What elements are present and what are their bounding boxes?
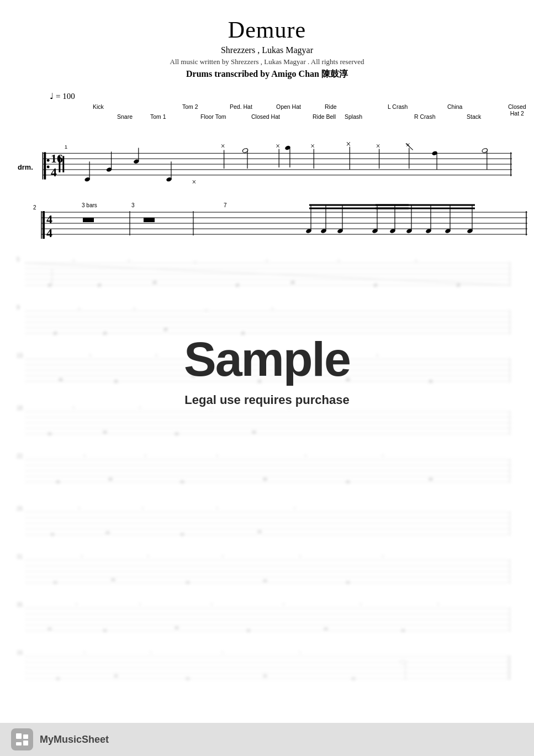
label-tom2: Tom 2 (182, 103, 198, 110)
svg-point-4 (47, 166, 50, 169)
footer-logo (11, 728, 33, 750)
svg-text:3: 3 (131, 203, 135, 208)
svg-point-235 (186, 677, 190, 680)
blurred-section-3: 26 × × × × 31 (0, 502, 534, 694)
svg-text:×: × (337, 257, 341, 265)
svg-point-98 (152, 280, 157, 285)
logo-bar-1 (16, 733, 22, 739)
svg-text:4: 4 (46, 212, 52, 226)
svg-text:×: × (265, 257, 269, 265)
svg-point-147 (47, 432, 52, 435)
svg-text:×: × (376, 142, 380, 150)
svg-point-135 (257, 380, 262, 383)
rights-text: All music written by Shrezzers , Lukas M… (22, 57, 512, 66)
svg-point-93 (47, 283, 52, 287)
svg-point-239 (351, 677, 356, 680)
svg-text:×: × (192, 178, 196, 186)
svg-point-195 (53, 581, 57, 584)
svg-text:×: × (304, 452, 308, 460)
svg-text:1: 1 (65, 144, 67, 150)
svg-point-199 (186, 581, 190, 584)
svg-text:×: × (138, 601, 142, 608)
svg-point-102 (290, 280, 295, 285)
svg-point-182 (105, 531, 110, 534)
svg-text:31: 31 (17, 554, 23, 560)
svg-point-162 (56, 480, 60, 484)
svg-text:×: × (210, 404, 214, 412)
svg-point-168 (263, 477, 267, 481)
svg-text:×: × (88, 351, 92, 359)
svg-point-233 (114, 674, 118, 678)
label-open-hat: Open Hat (276, 103, 301, 110)
svg-text:×: × (276, 142, 280, 150)
svg-text:×: × (144, 452, 147, 460)
svg-text:×: × (221, 142, 225, 150)
svg-text:×: × (381, 553, 385, 560)
svg-text:26: 26 (17, 506, 23, 512)
song-authors: Shrezzers , Lukas Magyar (22, 45, 512, 55)
svg-point-3 (47, 159, 50, 162)
svg-point-114 (52, 331, 58, 335)
svg-point-216 (175, 626, 179, 629)
svg-text:22: 22 (17, 453, 23, 459)
svg-point-237 (263, 674, 267, 678)
svg-point-231 (56, 677, 60, 680)
svg-text:×: × (215, 505, 219, 512)
label-ride-bell: Ride Bell (313, 113, 336, 120)
svg-point-201 (263, 579, 267, 582)
svg-point-104 (373, 283, 378, 287)
sheet-music-header: Demure Shrezzers , Lukas Magyar All musi… (0, 0, 534, 86)
svg-text:drm.: drm. (18, 163, 33, 171)
logo-bar-4 (23, 741, 29, 746)
label-stack: Stack (467, 113, 481, 120)
svg-text:×: × (282, 601, 285, 608)
svg-point-184 (180, 533, 184, 536)
transcribed-chinese: 陳鼓淳 (321, 69, 348, 78)
svg-point-151 (175, 432, 179, 435)
svg-text:35: 35 (17, 602, 23, 608)
svg-text:×: × (80, 553, 84, 560)
svg-point-214 (103, 629, 107, 632)
blurred-section-2: 18 × × × × 22 (0, 401, 534, 497)
label-closed-hat: Closed Hat (251, 113, 280, 120)
staff-svg-1: drm. 16 4 1 (17, 134, 517, 200)
footer-brand-name: MyMusicSheet (40, 734, 109, 746)
svg-text:×: × (414, 257, 418, 265)
svg-text:18: 18 (17, 405, 23, 411)
svg-text:×: × (346, 139, 351, 149)
svg-text:×: × (215, 452, 219, 460)
svg-text:×: × (75, 601, 78, 608)
svg-point-133 (191, 374, 195, 377)
svg-point-129 (59, 378, 63, 381)
svg-point-153 (252, 431, 256, 434)
svg-text:13: 13 (17, 353, 23, 359)
svg-text:2: 2 (33, 204, 36, 211)
blurred-section-1: 5 × × × × × × (0, 253, 534, 397)
svg-text:×: × (138, 404, 142, 412)
label-kick: Kick (93, 103, 104, 110)
svg-point-131 (114, 380, 118, 383)
svg-text:×: × (146, 553, 150, 560)
svg-point-170 (346, 480, 350, 484)
svg-text:×: × (287, 404, 291, 412)
svg-rect-57 (83, 218, 94, 222)
svg-text:3 bars: 3 bars (82, 203, 97, 208)
svg-point-106 (456, 283, 461, 287)
notation-area: ♩ = 100 Kick Tom 2 Ped. Hat Open Hat Rid… (0, 86, 534, 253)
measure-row-5: 5 × × × × × × (0, 253, 534, 301)
label-closed-hat2: Closed Hat 2 (508, 103, 526, 117)
logo-bar-3 (16, 742, 22, 746)
svg-text:4: 4 (51, 166, 57, 179)
svg-text:×: × (436, 601, 440, 608)
svg-text:×: × (77, 305, 81, 313)
svg-point-137 (346, 378, 350, 381)
label-splash: Splash (345, 113, 362, 120)
svg-point-149 (103, 431, 107, 434)
svg-text:×: × (221, 553, 225, 560)
label-l-crash: L Crash (388, 103, 408, 110)
svg-text:×: × (72, 257, 76, 265)
svg-text:×: × (83, 649, 87, 657)
svg-text:9: 9 (17, 305, 20, 311)
label-ped-hat: Ped. Hat (230, 103, 252, 110)
svg-point-96 (97, 283, 102, 287)
